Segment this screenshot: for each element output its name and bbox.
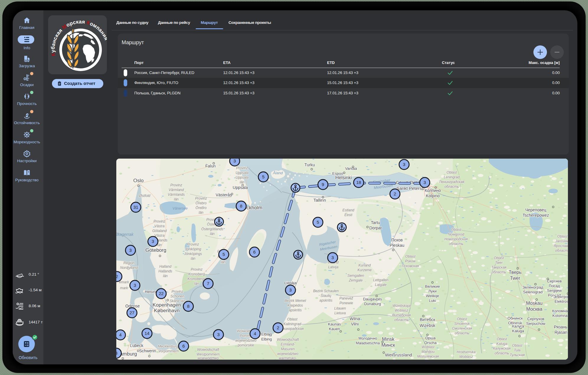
- svg-text:Masuren: Masuren: [281, 347, 295, 351]
- svg-text:Wizebsk: Wizebsk: [420, 323, 436, 328]
- svg-text:Provinz: Provinz: [236, 166, 248, 170]
- svg-text:Schonen: Schonen: [170, 294, 184, 298]
- svg-text:область: область: [449, 242, 463, 246]
- svg-text:22: 22: [159, 291, 164, 296]
- svg-text:Oblast: Oblast: [405, 254, 416, 259]
- svg-text:Великие: Великие: [425, 284, 440, 289]
- svg-text:Pleskau: Pleskau: [390, 243, 404, 248]
- svg-text:3: 3: [217, 332, 220, 337]
- svg-text:Sankt Petersb: Sankt Petersb: [396, 186, 424, 191]
- svg-text:27: 27: [130, 310, 135, 315]
- svg-text:Västra: Västra: [154, 224, 165, 228]
- svg-text:Витебск: Витебск: [420, 317, 435, 322]
- svg-text:3: 3: [424, 180, 426, 185]
- svg-text:Serpuchow: Serpuchow: [526, 321, 545, 326]
- svg-text:Oblast: Oblast: [512, 343, 522, 348]
- svg-text:Turku: Turku: [304, 162, 315, 167]
- svg-text:Tula: Tula: [514, 348, 521, 352]
- svg-text:Зеленоград: Зеленоград: [522, 285, 543, 290]
- svg-text:Луки: Луки: [428, 289, 437, 293]
- svg-text:Nordjylland: Nordjylland: [120, 266, 138, 270]
- svg-text:Daugavpils: Daugavpils: [363, 297, 382, 301]
- svg-text:Lübeck: Lübeck: [130, 343, 143, 348]
- svg-text:3: 3: [403, 162, 405, 167]
- svg-text:Provinz: Provinz: [172, 290, 183, 294]
- svg-text:Provinz: Provinz: [195, 196, 207, 200]
- svg-text:Колпино: Колпино: [425, 188, 441, 193]
- svg-text:Калуга: Калуга: [512, 324, 524, 328]
- svg-text:Калужская: Калужская: [493, 346, 511, 351]
- svg-text:Vänersee: Vänersee: [172, 206, 188, 210]
- svg-text:Обнинск: Обнинск: [507, 316, 523, 320]
- svg-text:län: län: [191, 256, 195, 261]
- svg-text:Tallinn: Tallinn: [313, 198, 326, 203]
- svg-text:Helsing: Helsing: [145, 290, 157, 294]
- svg-text:Uppsala: Uppsala: [236, 175, 249, 180]
- svg-text:Lietuva: Lietuva: [334, 311, 346, 315]
- svg-text:Skagerrak: Skagerrak: [116, 232, 134, 237]
- svg-text:5: 5: [262, 174, 264, 179]
- svg-text:Värmlands: Värmlands: [168, 193, 184, 197]
- svg-text:Västerås: Västerås: [215, 193, 232, 197]
- svg-text:ининградская: ининградская: [281, 327, 304, 331]
- svg-text:Espoo: Espoo: [332, 171, 343, 176]
- svg-text:Kaliningrad: Kaliningrad: [283, 322, 301, 326]
- svg-text:Ponewie: Ponewie: [339, 301, 353, 305]
- svg-text:Сергиев: Сергиев: [547, 279, 562, 283]
- svg-text:4: 4: [254, 331, 256, 336]
- svg-text:län: län: [210, 232, 215, 236]
- svg-text:Wizebskaja: Wizebskaja: [392, 304, 411, 308]
- svg-text:Kurland: Kurland: [358, 263, 371, 267]
- svg-text:Helsinki: Helsinki: [335, 175, 352, 180]
- svg-text:Ленинградская: Ленинградская: [439, 180, 464, 184]
- svg-text:Рязань: Рязань: [554, 325, 567, 329]
- svg-text:5: 5: [223, 252, 225, 257]
- svg-text:Šiaulių: Šiaulių: [321, 293, 331, 298]
- svg-text:Oblast: Oblast: [287, 317, 298, 321]
- svg-text:Псковская: Псковская: [402, 264, 419, 268]
- svg-text:län: län: [163, 274, 168, 278]
- svg-text:область: область: [455, 331, 469, 335]
- svg-text:Eesti: Eesti: [344, 213, 352, 217]
- svg-text:mark: mark: [120, 286, 128, 290]
- svg-text:Серпухов: Серпухов: [527, 317, 544, 321]
- svg-text:3: 3: [152, 239, 154, 244]
- svg-text:Welikije: Welikije: [426, 294, 439, 298]
- svg-text:6: 6: [253, 249, 256, 254]
- svg-text:Hrodsenska: Hrodsenska: [457, 350, 476, 354]
- svg-text:Смоленская: Смоленская: [452, 326, 472, 330]
- svg-text:Mecklenburg-: Mecklenburg-: [158, 344, 179, 348]
- svg-text:Halland: Halland: [159, 264, 172, 269]
- svg-text:8: 8: [240, 203, 242, 208]
- svg-text:Tartu: Tartu: [371, 220, 380, 225]
- svg-text:emark: emark: [119, 280, 129, 284]
- svg-text:Latvija: Latvija: [328, 265, 339, 269]
- svg-text:Lettgallen: Lettgallen: [373, 278, 388, 282]
- svg-text:Wilna: Wilna: [349, 316, 360, 321]
- svg-text:Mahiljou: Mahiljou: [422, 350, 435, 354]
- svg-text:Могилёвская: Могилёвская: [417, 354, 439, 358]
- svg-text:apskritis: apskritis: [289, 308, 302, 312]
- svg-text:31: 31: [133, 205, 138, 210]
- svg-text:Schwerin: Schwerin: [139, 348, 156, 353]
- svg-text:Minsk: Minsk: [382, 337, 395, 342]
- svg-text:Twer: Twer: [495, 261, 503, 265]
- svg-text:Nowgorod: Nowgorod: [448, 232, 464, 236]
- svg-text:Новгородская: Новгородская: [445, 237, 468, 241]
- svg-text:Kolpino: Kolpino: [426, 193, 440, 198]
- svg-text:Oblast: Oblast: [447, 170, 457, 175]
- svg-text:Псков: Псков: [391, 238, 403, 242]
- svg-text:2: 2: [394, 191, 396, 196]
- svg-text:Тверь: Тверь: [509, 270, 522, 275]
- svg-text:Ermland-: Ermland-: [281, 342, 295, 346]
- svg-text:Woiwodschaft: Woiwodschaft: [197, 348, 219, 352]
- svg-text:Jaroslaw: Jaroslaw: [555, 239, 568, 243]
- svg-text:Sergijew: Sergijew: [547, 288, 562, 293]
- svg-text:2: 2: [277, 325, 279, 330]
- svg-text:Provinz: Provinz: [187, 242, 199, 246]
- svg-text:Орша: Орша: [425, 336, 436, 340]
- svg-text:Smolensk: Smolensk: [454, 322, 470, 326]
- svg-text:Oblast: Oblast: [494, 256, 504, 260]
- svg-text:Latgale: Latgale: [375, 283, 387, 287]
- svg-text:Молодечно: Молодечно: [359, 336, 377, 341]
